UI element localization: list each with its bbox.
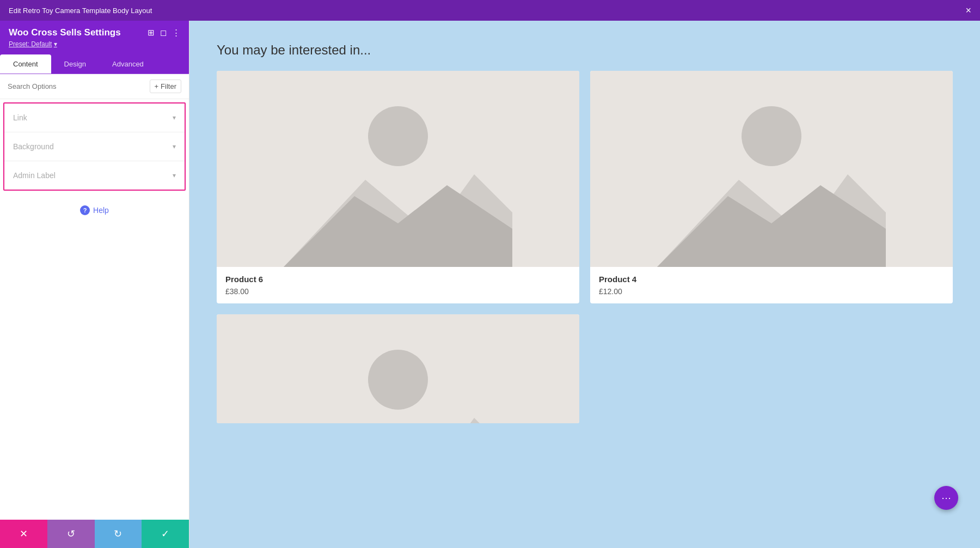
filter-button[interactable]: + Filter (150, 80, 181, 93)
svg-point-1 (368, 106, 428, 166)
preset-label[interactable]: Preset: Default ▾ (9, 40, 180, 48)
accordion-link-label: Link (13, 113, 27, 122)
cancel-button[interactable]: ✕ (0, 520, 47, 548)
sidebar-icons: ⊞ ◻ ⋮ (148, 28, 180, 38)
accordion-admin-label-header[interactable]: Admin Label ▾ (4, 161, 185, 190)
tab-advanced[interactable]: Advanced (99, 54, 157, 74)
accordion-background-header[interactable]: Background ▾ (4, 132, 185, 161)
redo-button[interactable]: ↻ (95, 520, 142, 548)
products-grid: Product 6 £38.00 P (217, 71, 953, 423)
accordion-background: Background ▾ (4, 132, 185, 161)
product-price-1: £38.00 (225, 287, 571, 296)
accordion-container: Link ▾ Background ▾ Admin Label ▾ (3, 102, 186, 191)
placeholder-svg-3 (217, 314, 579, 423)
sidebar-header-top: Woo Cross Sells Settings ⊞ ◻ ⋮ (9, 27, 180, 38)
product-card-1: Product 6 £38.00 (217, 71, 579, 303)
product-image-2 (590, 71, 953, 267)
content-area: Woo Cross Sells Settings ⊞ ◻ ⋮ Preset: D… (0, 21, 980, 548)
cancel-icon: ✕ (20, 528, 28, 540)
product-image-3 (217, 314, 579, 423)
help-label: Help (93, 206, 109, 215)
product-info-2: Product 4 £12.00 (590, 267, 953, 303)
preset-text: Preset: Default (9, 40, 52, 48)
accordion-background-label: Background (13, 142, 54, 151)
product-name-2: Product 4 (599, 275, 944, 284)
chevron-down-icon: ▾ (173, 114, 176, 121)
filter-icon: + (155, 82, 159, 90)
close-button[interactable]: × (965, 5, 971, 15)
save-icon: ✓ (161, 528, 169, 540)
product-price-2: £12.00 (599, 287, 944, 296)
product-info-1: Product 6 £38.00 (217, 267, 579, 303)
product-image-1 (217, 71, 579, 267)
chevron-down-icon-2: ▾ (173, 143, 176, 150)
redo-icon: ↻ (114, 528, 122, 540)
undo-button[interactable]: ↺ (47, 520, 95, 548)
svg-point-5 (742, 106, 801, 166)
accordion-link: Link ▾ (4, 103, 185, 132)
product-card-3 (217, 314, 579, 423)
sidebar: Woo Cross Sells Settings ⊞ ◻ ⋮ Preset: D… (0, 21, 189, 548)
grid-icon[interactable]: ⊞ (148, 28, 155, 38)
undo-icon: ↺ (67, 528, 75, 540)
search-input[interactable] (8, 82, 145, 90)
preset-arrow: ▾ (54, 40, 57, 48)
accordion-admin-label: Admin Label ▾ (4, 161, 185, 190)
app-wrapper: Edit Retro Toy Camera Template Body Layo… (0, 0, 980, 548)
filter-label: Filter (161, 82, 176, 90)
sidebar-header: Woo Cross Sells Settings ⊞ ◻ ⋮ Preset: D… (0, 21, 189, 54)
sidebar-tabs: Content Design Advanced (0, 54, 189, 74)
layout-icon[interactable]: ◻ (160, 28, 167, 38)
tab-content[interactable]: Content (0, 54, 51, 74)
more-icon[interactable]: ⋮ (172, 28, 180, 38)
placeholder-svg-1 (217, 71, 579, 267)
svg-point-9 (368, 350, 428, 410)
top-bar: Edit Retro Toy Camera Template Body Layo… (0, 0, 980, 21)
search-bar: + Filter (0, 74, 189, 99)
section-title: You may be interested in... (217, 42, 953, 58)
placeholder-svg-2 (590, 71, 953, 267)
help-icon: ? (80, 205, 90, 215)
product-name-1: Product 6 (225, 275, 571, 284)
fab-button[interactable]: ⋯ (934, 486, 958, 510)
accordion-link-header[interactable]: Link ▾ (4, 103, 185, 132)
chevron-down-icon-3: ▾ (173, 172, 176, 179)
tab-design[interactable]: Design (51, 54, 99, 74)
fab-icon: ⋯ (941, 492, 951, 504)
top-bar-title: Edit Retro Toy Camera Template Body Layo… (9, 7, 152, 15)
help-link[interactable]: ? Help (80, 205, 109, 215)
save-button[interactable]: ✓ (142, 520, 189, 548)
accordion-admin-label-label: Admin Label (13, 171, 56, 180)
preview-area: You may be interested in... Product 6 (189, 21, 980, 548)
product-card-2: Product 4 £12.00 (590, 71, 953, 303)
help-section: ? Help (0, 194, 189, 226)
bottom-toolbar: ✕ ↺ ↻ ✓ (0, 520, 189, 548)
sidebar-title: Woo Cross Sells Settings (9, 27, 121, 38)
